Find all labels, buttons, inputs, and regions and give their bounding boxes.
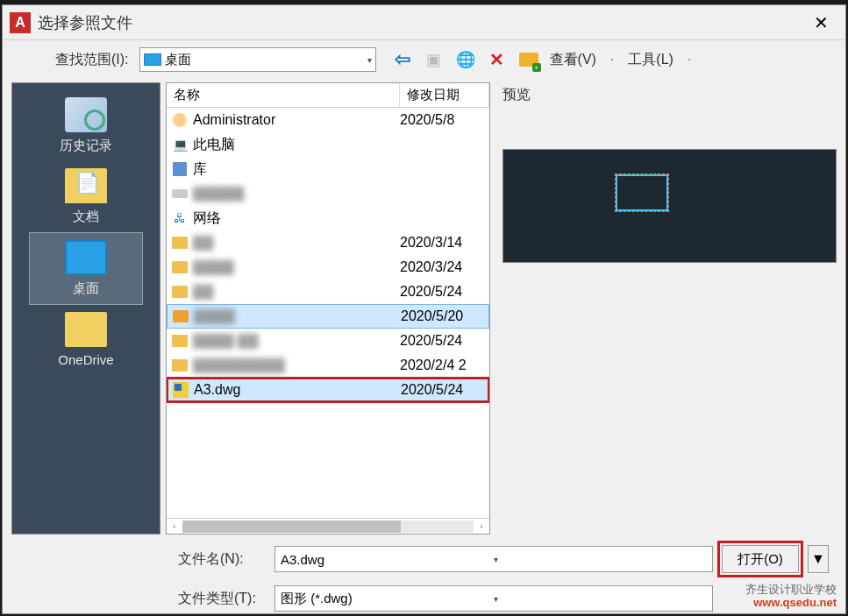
sidebar-item-history[interactable]: 历史记录 [29, 90, 143, 161]
scroll-track[interactable] [182, 520, 474, 533]
bottom-area: 文件名(N): A3.dwg ▾ 打开(O) ▼ 文件类型(T): 图形 (*.… [3, 538, 845, 613]
file-name: ▓▓▓▓▓▓▓▓▓ [193, 358, 400, 373]
file-date: 2020/5/24 [401, 382, 488, 398]
sidebar-item-label: OneDrive [58, 352, 113, 367]
sidebar-item-onedrive[interactable]: OneDrive [29, 305, 143, 374]
scroll-left-button[interactable]: ‹ [168, 520, 181, 533]
watermark-line1: 齐生设计职业学校 [745, 583, 837, 597]
sidebar-item-documents[interactable]: 文档 [29, 161, 143, 232]
filetype-combo[interactable]: 图形 (*.dwg) ▾ [274, 585, 713, 612]
file-row[interactable]: ▓▓▓▓2020/5/20 [167, 304, 489, 329]
app-icon: A [10, 12, 31, 33]
file-date: 2020/3/14 [400, 235, 489, 251]
file-date: 2020/2/4 2 [400, 358, 489, 373]
toolbar-icons: ⇦ ▣ 🌐 ✕ + 查看(V) · 工具(L) · [392, 49, 695, 70]
file-row[interactable]: 💻此电脑 [167, 132, 489, 157]
net-icon: 🖧 [170, 209, 189, 228]
file-name: 网络 [193, 209, 400, 228]
sidebar-item-desktop[interactable]: 桌面 [29, 232, 143, 305]
dialog-title: 选择参照文件 [38, 12, 803, 33]
file-dialog: A 选择参照文件 ✕ 查找范围(I): 桌面 ▾ ⇦ ▣ 🌐 ✕ + 查看(V)… [2, 4, 846, 614]
file-row[interactable]: ▓▓▓▓▓▓▓▓▓2020/2/4 2 [167, 353, 489, 378]
file-row[interactable]: A3.dwg2020/5/24 [167, 378, 489, 402]
watermark-line2: www.qsedu.net [745, 596, 837, 610]
preview-canvas [502, 149, 837, 263]
column-header-date[interactable]: 修改日期 [400, 83, 489, 107]
file-row[interactable]: Administrator2020/5/8 [167, 108, 489, 132]
file-list-header: 名称 修改日期 [167, 83, 489, 108]
file-name: ▓▓▓▓ [193, 259, 400, 275]
file-row[interactable]: ▓▓▓▓2020/3/24 [167, 255, 489, 280]
scroll-right-button[interactable]: › [475, 520, 488, 533]
file-name: Administrator [193, 112, 400, 128]
pc-icon: 💻 [170, 135, 189, 154]
watermark: 齐生设计职业学校 www.qsedu.net [745, 583, 837, 610]
filename-row: 文件名(N): A3.dwg ▾ 打开(O) ▼ [178, 545, 833, 573]
folder-icon [170, 233, 189, 252]
tools-menu[interactable]: 工具(L) [628, 51, 673, 69]
open-button[interactable]: 打开(O) [722, 545, 799, 573]
file-row[interactable]: ▓▓2020/5/24 [167, 280, 489, 304]
folder-icon [170, 356, 189, 375]
close-button[interactable]: ✕ [803, 5, 838, 40]
web-icon[interactable]: 🌐 [455, 49, 476, 70]
lib-icon [170, 159, 189, 179]
view-menu[interactable]: 查看(V) [550, 51, 596, 69]
content-area: 历史记录 文档 桌面 OneDrive 名称 修改日期 Administrato… [3, 79, 845, 538]
history-icon [65, 97, 107, 132]
file-date: 2020/5/20 [401, 308, 488, 324]
open-dropdown-button[interactable]: ▼ [808, 545, 829, 573]
file-row[interactable]: 🖧网络 [167, 206, 489, 230]
toolbar: 查找范围(I): 桌面 ▾ ⇦ ▣ 🌐 ✕ + 查看(V) · 工具(L) · [3, 40, 845, 79]
dwg-icon [171, 380, 190, 400]
filename-input[interactable]: A3.dwg ▾ [274, 546, 713, 572]
filetype-value: 图形 (*.dwg) [281, 591, 494, 607]
chevron-down-icon: ▾ [494, 555, 707, 564]
scroll-thumb[interactable] [182, 520, 401, 533]
file-name: ▓▓ [193, 235, 400, 251]
folder2-icon [171, 307, 190, 326]
file-list: 名称 修改日期 Administrator2020/5/8💻此电脑库▓▓▓▓▓🖧… [166, 82, 490, 535]
file-name: ▓▓▓▓ [194, 308, 401, 324]
desktop-icon [65, 240, 107, 275]
horizontal-scrollbar[interactable]: ‹ › [167, 518, 489, 534]
file-row[interactable]: ▓▓2020/3/14 [167, 230, 489, 255]
documents-icon [65, 168, 107, 203]
folder-icon [170, 331, 189, 350]
file-row[interactable]: 库 [167, 157, 489, 181]
folder-icon [170, 258, 189, 277]
user-icon [170, 110, 189, 130]
chevron-down-icon: ▾ [494, 594, 707, 604]
lookin-value: 桌面 [165, 52, 364, 68]
back-icon[interactable]: ⇦ [392, 49, 413, 70]
file-date: 2020/3/24 [400, 259, 489, 275]
file-name: ▓▓▓▓▓ [193, 186, 400, 202]
column-header-name[interactable]: 名称 [167, 83, 400, 107]
sidebar: 历史记录 文档 桌面 OneDrive [11, 82, 160, 535]
separator: · [688, 52, 691, 67]
separator: · [610, 52, 614, 67]
delete-icon[interactable]: ✕ [487, 49, 508, 70]
file-name: ▓▓ [193, 284, 400, 300]
filetype-label: 文件类型(T): [178, 590, 266, 608]
file-name: ▓▓▓▓ ▓▓ [193, 333, 400, 349]
filename-label: 文件名(N): [178, 550, 266, 569]
chevron-down-icon: ▾ [367, 55, 372, 65]
new-folder-icon[interactable]: + [518, 49, 539, 70]
lookin-combo[interactable]: 桌面 ▾ [139, 47, 376, 72]
filetype-row: 文件类型(T): 图形 (*.dwg) ▾ [178, 585, 833, 612]
file-date: 2020/5/24 [400, 333, 489, 349]
file-name: A3.dwg [194, 382, 401, 398]
file-row[interactable]: ▓▓▓▓ ▓▓2020/5/24 [167, 329, 489, 353]
onedrive-icon [65, 312, 107, 347]
sidebar-item-label: 文档 [73, 209, 99, 225]
preview-drawing [616, 174, 668, 211]
filename-value: A3.dwg [281, 552, 494, 567]
preview-label: 预览 [502, 82, 837, 107]
desktop-icon [144, 53, 161, 66]
sidebar-item-label: 历史记录 [60, 138, 112, 154]
file-date: 2020/5/8 [400, 112, 489, 128]
preview-panel: 预览 [495, 82, 837, 535]
file-row[interactable]: ▓▓▓▓▓ [167, 181, 489, 206]
file-name: 此电脑 [193, 136, 400, 154]
